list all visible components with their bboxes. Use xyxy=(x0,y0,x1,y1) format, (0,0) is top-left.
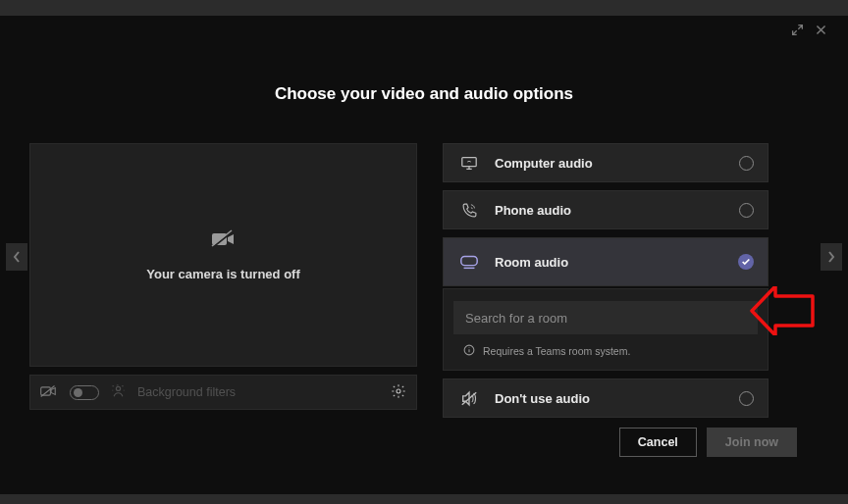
option-label: Room audio xyxy=(495,255,568,270)
video-preview: Your camera is turned off xyxy=(29,143,417,367)
option-room-audio[interactable]: Room audio xyxy=(443,237,768,286)
svg-rect-8 xyxy=(461,257,477,266)
radio-unselected-icon xyxy=(739,391,754,406)
option-phone-audio[interactable]: Phone audio xyxy=(443,190,768,229)
room-search-field[interactable] xyxy=(453,301,758,334)
bottom-border xyxy=(0,494,848,504)
device-settings-button[interactable] xyxy=(391,383,406,402)
info-icon xyxy=(463,344,475,358)
computer-audio-icon xyxy=(457,155,481,171)
camera-toggle[interactable] xyxy=(70,385,99,400)
top-border xyxy=(0,0,848,16)
bg-filters-icon xyxy=(111,384,126,401)
camera-off-label: Your camera is turned off xyxy=(146,267,300,281)
svg-point-6 xyxy=(397,389,400,393)
carousel-next-button[interactable] xyxy=(821,243,842,271)
close-icon[interactable] xyxy=(813,22,828,37)
room-audio-expanded: Requires a Teams room system. xyxy=(443,288,768,371)
room-audio-icon xyxy=(457,254,481,270)
video-panel: Your camera is turned off Background fil… xyxy=(29,143,417,410)
radio-unselected-icon xyxy=(739,156,754,171)
option-label: Phone audio xyxy=(495,203,571,218)
audio-panel: Computer audio Phone audio Room audio xyxy=(443,143,768,418)
option-label: Computer audio xyxy=(495,156,593,171)
camera-off-icon xyxy=(211,229,237,253)
main-content: Your camera is turned off Background fil… xyxy=(0,143,848,418)
window-controls xyxy=(789,22,828,37)
radio-unselected-icon xyxy=(739,203,754,218)
radio-selected-icon xyxy=(738,254,754,270)
page-title: Choose your video and audio options xyxy=(0,84,848,104)
svg-rect-7 xyxy=(462,158,476,167)
room-note-text: Requires a Teams room system. xyxy=(483,345,630,357)
camera-toggle-icon xyxy=(40,384,58,401)
room-note: Requires a Teams room system. xyxy=(444,334,768,358)
option-dont-use-audio[interactable]: Don't use audio xyxy=(443,378,768,418)
phone-audio-icon xyxy=(457,202,481,219)
dialog-buttons: Cancel Join now xyxy=(619,428,797,457)
room-search-input[interactable] xyxy=(465,311,746,326)
cancel-button[interactable]: Cancel xyxy=(619,428,697,457)
svg-rect-3 xyxy=(41,386,51,394)
carousel-prev-button[interactable] xyxy=(6,243,27,271)
join-now-button: Join now xyxy=(707,428,797,457)
bg-filters-label[interactable]: Background filters xyxy=(137,385,236,399)
option-computer-audio[interactable]: Computer audio xyxy=(443,143,768,182)
svg-point-5 xyxy=(116,386,120,390)
video-controls: Background filters xyxy=(29,375,417,410)
expand-icon[interactable] xyxy=(789,22,805,37)
option-label: Don't use audio xyxy=(495,391,590,406)
no-audio-icon xyxy=(457,390,481,407)
